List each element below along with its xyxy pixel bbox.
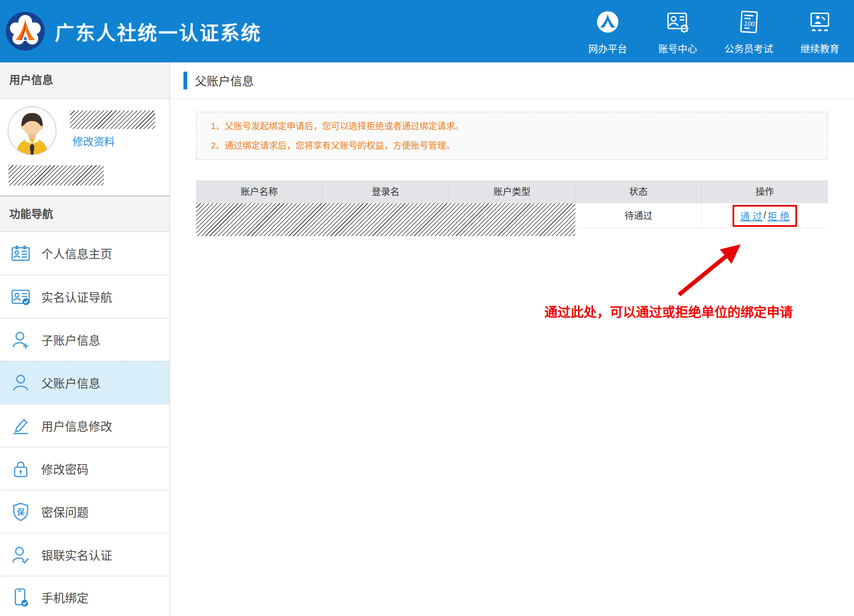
svg-text:100: 100 [744, 20, 755, 27]
action-separator: / [763, 210, 766, 221]
sidebar-item-label: 父账户信息 [41, 374, 100, 391]
column-header-action: 操作 [701, 180, 828, 203]
sidebar-nav: 个人信息主页 实名认证导航 [0, 232, 170, 616]
column-header-account-type: 账户类型 [449, 180, 575, 203]
column-header-login-name: 登录名 [322, 180, 449, 203]
sidebar-item-label: 个人信息主页 [41, 245, 112, 262]
redacted-username [70, 110, 155, 129]
notice-line-1: 1、父账号发起绑定申请后，您可以选择拒绝或者通过绑定请求。 [211, 120, 813, 132]
notice-line-2: 2、通过绑定请求后，您将享有父账号的权益，方便账号管理。 [211, 139, 813, 152]
redacted-account-cells [196, 203, 575, 236]
column-header-account-name: 账户名称 [196, 180, 322, 203]
id-card-icon [11, 244, 30, 263]
continuing-education-icon [808, 10, 832, 34]
sidebar-item-parent-account-info[interactable]: 父账户信息 [0, 361, 170, 404]
annotation-text: 通过此处，可以通过或拒绝单位的绑定申请 [544, 301, 793, 320]
notice-box: 1、父账号发起绑定申请后，您可以选择拒绝或者通过绑定请求。 2、通过绑定请求后，… [196, 112, 828, 160]
action-cell: 通 过 / 拒 绝 [701, 203, 828, 228]
page: 广东人社统一认证系统 网办平台 [0, 0, 854, 616]
user-icon [11, 373, 30, 393]
top-header-bar: 广东人社统一认证系统 网办平台 [0, 0, 854, 62]
sidebar-item-label: 用户信息修改 [41, 417, 112, 434]
sidebar-item-child-account-info[interactable]: 子账户信息 [0, 318, 170, 361]
user-plus-icon [11, 330, 30, 350]
reject-link[interactable]: 拒 绝 [768, 208, 789, 223]
svg-text:保: 保 [16, 507, 25, 516]
top-nav-label: 网办平台 [588, 41, 627, 55]
table-header-row: 账户名称 登录名 账户类型 状态 操作 [196, 180, 828, 203]
sidebar-item-label: 实名认证导航 [41, 288, 112, 305]
top-nav: 网办平台 [585, 7, 843, 55]
account-center-icon [665, 10, 690, 34]
user-info-section-title: 用户信息 [0, 62, 170, 99]
avatar [7, 105, 57, 156]
highlight-box: 通 过 / 拒 绝 [733, 205, 797, 227]
sidebar-item-label: 银联实名认证 [41, 546, 112, 563]
top-nav-label: 继续教育 [800, 41, 839, 55]
top-nav-item-civil-service-exam[interactable]: 100 公务员考试 [725, 10, 773, 55]
top-nav-item-gov-platform[interactable]: 网办平台 [585, 10, 631, 55]
approve-link[interactable]: 通 过 [740, 208, 762, 223]
table-row: 待通过 通 过 / 拒 绝 [196, 203, 828, 229]
sidebar: 用户信息 [0, 62, 170, 616]
gdhrss-logo-icon [5, 11, 46, 51]
top-nav-item-continuing-education[interactable]: 继续教育 [797, 10, 843, 55]
parent-account-table: 账户名称 登录名 账户类型 状态 操作 待通过 通 过 / 拒 绝 [196, 180, 828, 229]
sidebar-item-label: 修改密码 [41, 460, 89, 477]
shield-icon: 保 [11, 502, 30, 522]
user-card: 修改资料 [0, 99, 170, 196]
sidebar-item-security-question[interactable]: 保 密保问题 [0, 490, 170, 533]
column-header-status: 状态 [575, 180, 701, 203]
top-nav-label: 账号中心 [658, 41, 697, 55]
page-title-bar: 父账户信息 [170, 62, 854, 99]
phone-check-icon [11, 588, 30, 607]
civil-service-exam-icon: 100 [737, 10, 761, 34]
sidebar-item-realname-auth-nav[interactable]: 实名认证导航 [0, 275, 170, 318]
id-verify-icon [11, 287, 30, 307]
app-title: 广东人社统一认证系统 [55, 17, 261, 45]
sidebar-item-unionpay-realname-auth[interactable]: 银联实名认证 [0, 533, 170, 576]
top-nav-label: 公务员考试 [725, 41, 773, 55]
main-content: 父账户信息 1、父账号发起绑定申请后，您可以选择拒绝或者通过绑定请求。 2、通过… [170, 62, 854, 616]
sidebar-item-user-info-edit[interactable]: 用户信息修改 [0, 404, 170, 447]
gov-platform-icon [595, 10, 620, 34]
status-cell: 待通过 [575, 203, 702, 228]
page-title: 父账户信息 [195, 72, 254, 89]
redacted-user-info [8, 165, 104, 186]
sidebar-item-phone-binding[interactable]: 手机绑定 [0, 576, 170, 616]
top-nav-item-account-center[interactable]: 账号中心 [655, 10, 701, 55]
edit-profile-link[interactable]: 修改资料 [73, 133, 115, 148]
sidebar-item-label: 手机绑定 [41, 589, 89, 606]
user-check-icon [11, 545, 30, 565]
pencil-icon [11, 416, 30, 436]
function-nav-section-title: 功能导航 [0, 196, 170, 232]
brand: 广东人社统一认证系统 [5, 11, 261, 51]
annotation-arrow-icon [675, 242, 746, 299]
sidebar-item-label: 密保问题 [41, 503, 89, 520]
sidebar-item-change-password[interactable]: 修改密码 [0, 447, 170, 490]
title-accent-bar [183, 72, 187, 89]
lock-icon [11, 459, 30, 479]
sidebar-item-label: 子账户信息 [41, 331, 100, 348]
sidebar-item-personal-info-home[interactable]: 个人信息主页 [0, 232, 170, 275]
content-area: 1、父账号发起绑定申请后，您可以选择拒绝或者通过绑定请求。 2、通过绑定请求后，… [170, 112, 854, 229]
